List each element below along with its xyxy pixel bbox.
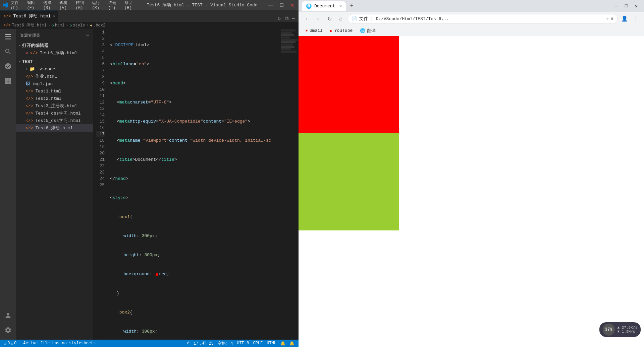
menu-help[interactable]: 帮助(H) [122, 0, 137, 11]
activity-explorer[interactable] [2, 31, 14, 43]
back-button[interactable]: ‹ [302, 14, 311, 23]
menu-edit[interactable]: 编辑(E) [24, 0, 40, 11]
browser-close-button[interactable]: ✕ [632, 2, 641, 10]
code-text[interactable]: <!DOCTYPE html> <html lang="en"> <head> … [107, 29, 280, 340]
editor-tab-active[interactable]: </> Test6_浮动.html × [0, 10, 58, 22]
status-bell[interactable]: 🔔 [288, 341, 296, 346]
status-line-ending[interactable]: CRLF [252, 341, 264, 346]
breadcrumb-sep-2: › [66, 23, 68, 28]
code-line-1: <!DOCTYPE html> [110, 42, 280, 48]
extension-icon[interactable]: ⊕ [611, 16, 613, 21]
bell-icon: 🔔 [289, 341, 294, 346]
browser-tab-close[interactable]: ✕ [339, 3, 342, 9]
minimize-button[interactable]: — [267, 2, 275, 8]
maximize-button[interactable]: □ [279, 2, 285, 8]
more-actions-button[interactable]: ⋯ [292, 15, 295, 22]
status-errors[interactable]: ⚠ 0 ⚠ 0 [3, 341, 18, 346]
browser-tab-active[interactable]: 🌐 Document ✕ [302, 1, 346, 11]
menu-select[interactable]: 选择(S) [41, 0, 56, 11]
close-button[interactable]: ✕ [289, 2, 296, 8]
code-line-9: <style> [110, 195, 280, 201]
status-position[interactable]: 行 17，列 23 [186, 341, 215, 346]
status-bar: ⚠ 0 ⚠ 0 Active file has no stylesheets..… [0, 340, 299, 347]
run-button[interactable]: ▷ [278, 15, 282, 22]
bookmark-youtube[interactable]: ▶ YouTube [327, 27, 356, 35]
status-language[interactable]: HTML [265, 341, 278, 346]
star-icon[interactable]: ☆ [606, 16, 609, 21]
open-editors-header[interactable]: ▾ 打开的编辑器 [16, 42, 93, 49]
sidebar-file-test2[interactable]: </> Test2.html [16, 95, 93, 102]
browser-tab-label: Document [314, 4, 335, 9]
home-button[interactable]: ⌂ [336, 14, 345, 23]
activity-source-control[interactable] [2, 60, 14, 72]
bookmark-translate[interactable]: 🌐 翻译 [357, 26, 379, 35]
browser-account-button[interactable]: 👤 [620, 14, 629, 23]
status-right: 行 17，列 23 空格: 4 UTF-8 CRLF HTML [186, 341, 296, 346]
sidebar-label: Test3_注册表.html [35, 103, 77, 109]
bookmark-label: 翻译 [367, 28, 376, 34]
menu-run[interactable]: 运行(R) [89, 0, 105, 11]
menu-goto[interactable]: 转到(G) [73, 0, 89, 11]
gmail-icon: ● [305, 28, 308, 33]
sidebar-header: 资源管理器 ⋯ [16, 29, 93, 41]
project-header[interactable]: ▾ TEST [16, 58, 93, 65]
browser-maximize-button[interactable]: □ [622, 2, 631, 10]
browser-minimize-button[interactable]: — [612, 2, 621, 10]
status-message[interactable]: Active file has no stylesheets... [22, 341, 104, 346]
youtube-icon: ▶ [330, 28, 333, 33]
tab-file-icon: </> [3, 14, 11, 19]
menu-terminal[interactable]: 终端(T) [106, 0, 121, 11]
activity-extensions[interactable] [2, 75, 14, 87]
code-line-16: width: 300px; [110, 328, 280, 335]
address-bar[interactable]: 📄 文件 | D:/VScode/Html/TEST/Test6... ☆ ⊕ [347, 14, 618, 23]
code-editor[interactable]: 12345 678910 1112131415 1617181920 21222… [93, 29, 299, 340]
sidebar-file-vscode[interactable]: › 📁 .vscode [16, 65, 93, 73]
minimap [280, 29, 299, 340]
breadcrumb-html[interactable]: ◇ html [52, 23, 64, 28]
vscode-titlebar: 文件(F) 编辑(E) 选择(S) 查看(V) 转到(G) 运行(R) 终端(T… [0, 0, 299, 10]
activity-account[interactable] [2, 309, 14, 322]
split-editor-button[interactable]: ⧉ [285, 15, 288, 22]
sidebar-label: Test5_css学习.html [35, 118, 80, 124]
menu-view[interactable]: 查看(V) [57, 0, 72, 11]
sidebar-file-test1[interactable]: </> Test1.html [16, 87, 93, 95]
status-encoding[interactable]: UTF-8 [235, 341, 250, 346]
breadcrumb-style[interactable]: ◇ style [70, 23, 85, 28]
vscode-title-text: Test6_浮动.html - TEST - Visual Studio Cod… [138, 2, 267, 8]
sidebar-file-test5[interactable]: </> Test5_css学习.html [16, 117, 93, 124]
reload-button[interactable]: ↻ [325, 14, 334, 23]
forward-button[interactable]: › [313, 14, 323, 23]
bookmark-gmail[interactable]: ● Gmail [302, 27, 326, 34]
sidebar-file-test6[interactable]: </> Test6_浮动.html [16, 124, 93, 132]
new-tab-button[interactable]: + [348, 3, 355, 9]
browser-menu-button[interactable]: ⋮ [631, 14, 641, 23]
vscode-main-area: 资源管理器 ⋯ ▾ 打开的编辑器 ✕ </> Test6_浮动.html [0, 29, 299, 340]
download-speed: ▼ 1.9M/s [618, 330, 637, 334]
sidebar-file-test3[interactable]: </> Test3_注册表.html [16, 102, 93, 110]
status-notification[interactable]: 🔔 [279, 341, 287, 346]
breadcrumb-file[interactable]: Test6_浮动.html [12, 22, 47, 28]
menu-file[interactable]: 文件(F) [8, 0, 23, 11]
status-spaces[interactable]: 空格: 4 [216, 341, 234, 346]
open-editors-label: 打开的编辑器 [22, 43, 48, 49]
sidebar-file-test4[interactable]: </> Test4_css学习.html [16, 110, 93, 117]
breadcrumb-box2[interactable]: ◆ .box2 [90, 23, 106, 28]
sidebar-label: 作业.html [35, 73, 57, 79]
html-tag-icon: ◇ [52, 23, 54, 27]
activity-settings[interactable] [2, 324, 14, 336]
status-message-text: Active file has no stylesheets... [23, 341, 103, 346]
sidebar-more-button[interactable]: ⋯ [86, 32, 89, 39]
browser-window-controls: — □ ✕ [612, 2, 641, 10]
sidebar-file-img[interactable]: 🖼 img1.jpg [16, 80, 93, 87]
code-line-14: } [110, 290, 280, 296]
browser-bookmarks-bar: ● Gmail ▶ YouTube 🌐 翻译 [299, 25, 644, 36]
sidebar-file-zuoye[interactable]: </> 作业.html [16, 73, 93, 80]
vscode-menubar: 文件(F) 编辑(E) 选择(S) 查看(V) 转到(G) 运行(R) 终端(T… [8, 0, 138, 11]
open-editor-item[interactable]: ✕ </> Test6_浮动.html [16, 49, 93, 57]
folder-chevron: › [25, 67, 28, 71]
tab-close-icon[interactable]: × [53, 14, 55, 18]
close-file-icon[interactable]: ✕ [25, 51, 28, 56]
sidebar-label: Test4_css学习.html [35, 110, 80, 116]
activity-search[interactable] [2, 46, 14, 58]
line-ending-text: CRLF [253, 341, 263, 346]
